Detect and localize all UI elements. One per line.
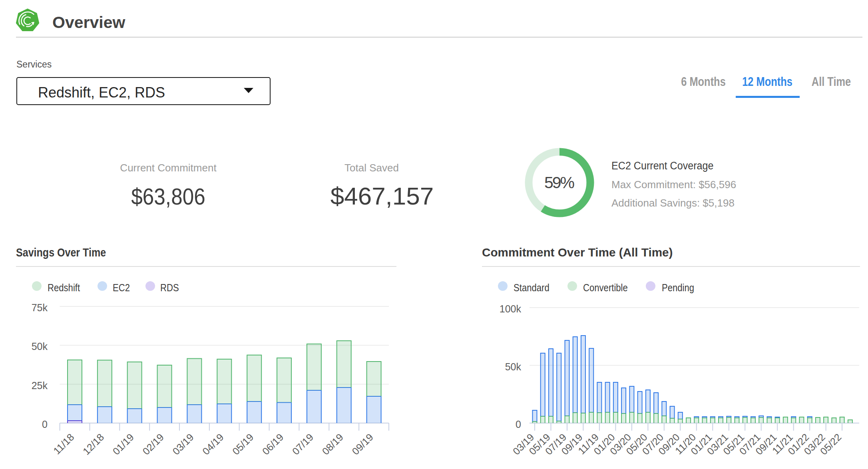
svg-text:100k: 100k [500, 303, 522, 314]
svg-text:0: 0 [516, 419, 521, 430]
svg-text:50k: 50k [505, 361, 522, 372]
svg-text:59%: 59% [544, 173, 575, 192]
